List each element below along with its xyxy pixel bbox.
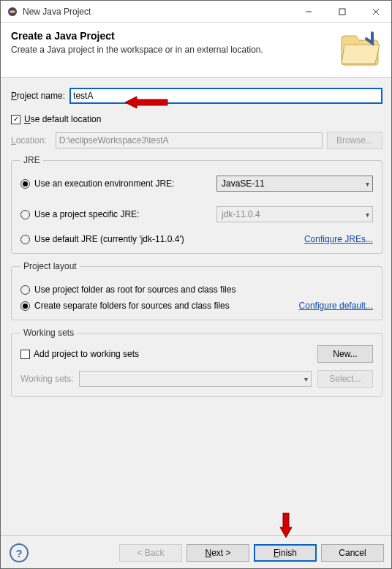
next-button[interactable]: Next >: [186, 544, 249, 562]
chevron-down-icon: ▾: [304, 375, 308, 383]
maximize-button[interactable]: [325, 1, 359, 23]
chevron-down-icon: ▾: [366, 180, 369, 188]
radio-icon: [20, 179, 30, 189]
jre-group: JRE Use an execution environment JRE: Ja…: [11, 155, 382, 254]
svg-rect-3: [339, 9, 345, 15]
jre-project-specific-label: Use a project specific JRE:: [34, 209, 139, 219]
radio-icon: [20, 285, 30, 295]
banner-subtitle: Create a Java project in the workspace o…: [11, 45, 340, 55]
radio-icon: [20, 301, 30, 311]
working-sets-group: Working sets Add project to working sets…: [11, 328, 382, 397]
jre-default-label: Use default JRE (currently 'jdk-11.0.4'): [34, 234, 184, 244]
jre-exec-env-label: Use an execution environment JRE:: [34, 178, 174, 189]
select-working-set-button: Select...: [317, 370, 373, 388]
help-button[interactable]: ?: [10, 543, 29, 562]
radio-icon: [20, 210, 30, 219]
wizard-content: Project name: Use default location Locat…: [1, 78, 392, 540]
checkbox-icon: [20, 350, 30, 359]
project-name-input[interactable]: [69, 88, 382, 104]
layout-root-radio[interactable]: Use project folder as root for sources a…: [20, 284, 373, 295]
working-sets-combo-label: Working sets:: [20, 374, 73, 384]
jre-project-specific-value: jdk-11.0.4: [222, 209, 260, 219]
layout-separate-label: Create separate folders for sources and …: [34, 301, 230, 311]
svg-point-1: [10, 10, 15, 13]
layout-separate-radio[interactable]: Create separate folders for sources and …: [20, 301, 230, 311]
jre-exec-env-value: JavaSE-11: [222, 178, 265, 189]
jre-default-radio[interactable]: Use default JRE (currently 'jdk-11.0.4'): [20, 234, 184, 244]
project-layout-group: Project layout Use project folder as roo…: [11, 261, 382, 320]
jre-project-specific-combo: jdk-11.0.4 ▾: [216, 206, 373, 222]
jre-exec-env-combo[interactable]: JavaSE-11 ▾: [216, 176, 373, 192]
add-working-sets-label: Add project to working sets: [34, 349, 139, 359]
minimize-button[interactable]: [292, 1, 325, 23]
project-layout-legend: Project layout: [20, 261, 80, 271]
jre-legend: JRE: [20, 155, 43, 165]
configure-jres-link[interactable]: Configure JREs...: [304, 234, 373, 244]
jre-project-specific-radio[interactable]: Use a project specific JRE:: [20, 209, 211, 219]
folder-icon: [340, 30, 382, 67]
working-sets-legend: Working sets: [20, 328, 77, 338]
project-name-label: Project name:: [11, 91, 65, 101]
configure-default-link[interactable]: Configure default...: [299, 301, 373, 311]
use-default-location-checkbox[interactable]: Use default location: [11, 114, 101, 124]
jre-exec-env-radio[interactable]: Use an execution environment JRE:: [20, 178, 211, 189]
finish-button[interactable]: Finish: [254, 544, 317, 562]
browse-button: Browse...: [327, 132, 382, 149]
back-button: < Back: [119, 544, 182, 562]
radio-icon: [20, 235, 30, 244]
location-input: [56, 132, 323, 148]
window-title: New Java Project: [23, 7, 292, 17]
wizard-banner: Create a Java Project Create a Java proj…: [1, 23, 392, 78]
eclipse-icon: [7, 6, 18, 18]
checkbox-icon: [11, 115, 20, 124]
banner-title: Create a Java Project: [11, 30, 340, 42]
new-working-set-button[interactable]: New...: [317, 345, 373, 363]
title-bar: New Java Project: [1, 1, 392, 23]
location-label: Location:: [11, 135, 47, 146]
cancel-button[interactable]: Cancel: [321, 544, 384, 562]
close-button[interactable]: [359, 1, 392, 23]
use-default-location-label: Use default location: [24, 114, 101, 124]
working-sets-combo: ▾: [79, 371, 312, 387]
wizard-button-bar: ? < Back Next > Finish Cancel: [1, 535, 392, 569]
window-buttons: [292, 1, 392, 23]
add-working-sets-checkbox[interactable]: Add project to working sets: [20, 349, 139, 359]
layout-root-label: Use project folder as root for sources a…: [34, 284, 235, 295]
chevron-down-icon: ▾: [366, 211, 369, 219]
